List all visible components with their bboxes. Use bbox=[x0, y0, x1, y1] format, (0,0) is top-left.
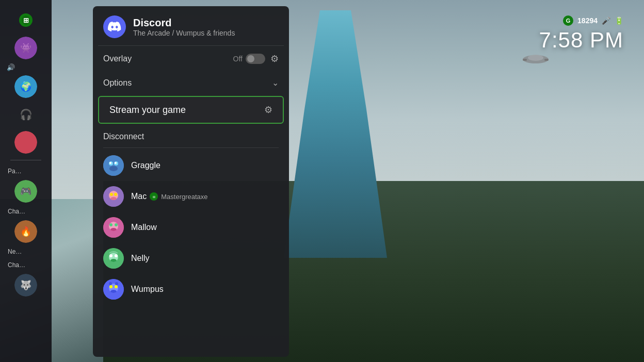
overlay-settings-icon[interactable]: ⚙ bbox=[270, 53, 279, 64]
disconnect-label: Disconnect bbox=[103, 132, 144, 141]
discord-logo bbox=[103, 15, 126, 38]
sidebar-divider-1 bbox=[10, 160, 41, 160]
svg-point-27 bbox=[115, 254, 118, 257]
friend-name-nelly: Nelly bbox=[131, 254, 150, 263]
svg-point-23 bbox=[110, 228, 117, 231]
svg-point-6 bbox=[103, 155, 124, 176]
battery-icon: 🔋 bbox=[615, 17, 623, 25]
clock-display: 7:58 PM bbox=[539, 28, 623, 53]
svg-point-16 bbox=[110, 197, 117, 200]
friend-avatar-wumpus bbox=[103, 279, 124, 300]
svg-point-33 bbox=[110, 290, 117, 293]
volume-icon-1: 🔊 bbox=[7, 63, 15, 71]
svg-point-32 bbox=[115, 285, 118, 288]
friend-row-mac[interactable]: Mac ⊞ Mastergreataxe bbox=[93, 181, 289, 212]
status-bar: G 18294 🎤 🔋 7:58 PM bbox=[539, 15, 623, 53]
svg-point-11 bbox=[115, 162, 117, 164]
sidebar-avatar-1[interactable]: 👾 bbox=[14, 37, 37, 59]
headphone-icon[interactable]: 🎧 bbox=[13, 102, 38, 127]
mac-gamertag: Mastergreataxe bbox=[161, 193, 207, 201]
sidebar-avatar-6[interactable]: 🐺 bbox=[14, 274, 37, 297]
stream-settings-icon[interactable]: ⚙ bbox=[264, 104, 272, 116]
friends-list: Graggle Mac ⊞ Mastergreatax bbox=[93, 148, 289, 357]
svg-point-1 bbox=[528, 55, 543, 61]
friend-name-graggle: Graggle bbox=[131, 161, 160, 170]
discord-app-name: Discord bbox=[133, 17, 235, 29]
options-row[interactable]: Options ⌄ bbox=[93, 72, 289, 94]
sidebar-channel-2[interactable]: Cha… bbox=[3, 207, 49, 216]
overlay-toggle[interactable]: Off bbox=[233, 54, 265, 64]
sidebar-avatar-4[interactable]: 🎮 bbox=[14, 180, 37, 203]
status-icons: G 18294 🎤 🔋 bbox=[539, 15, 623, 26]
svg-rect-2 bbox=[523, 59, 527, 61]
svg-point-31 bbox=[109, 285, 112, 288]
friend-avatar-graggle bbox=[103, 155, 124, 176]
sidebar-avatar-5[interactable]: 🔥 bbox=[14, 220, 37, 243]
overlay-label: Overlay bbox=[103, 54, 132, 63]
svg-text:⊞: ⊞ bbox=[23, 17, 29, 24]
svg-point-34 bbox=[109, 282, 112, 285]
friend-avatar-nelly bbox=[103, 248, 124, 269]
discord-server-name: The Arcade / Wumpus & friends bbox=[133, 29, 235, 37]
overlay-state: Off bbox=[233, 55, 243, 63]
friend-info-mac: Mac ⊞ Mastergreataxe bbox=[131, 192, 208, 201]
mac-xbox-badge: ⊞ bbox=[150, 192, 158, 201]
friend-row-nelly[interactable]: Nelly bbox=[93, 243, 289, 274]
xbox-home-button[interactable]: ⊞ bbox=[13, 8, 38, 32]
stream-game-row[interactable]: Stream your game ⚙ bbox=[98, 96, 284, 124]
status-score: 18294 bbox=[577, 17, 598, 25]
svg-point-9 bbox=[109, 166, 118, 171]
friend-row-mallow[interactable]: Mallow bbox=[93, 212, 289, 243]
spaceship bbox=[520, 52, 551, 67]
sidebar-avatar-2[interactable]: 🌍 bbox=[14, 75, 37, 98]
svg-point-10 bbox=[109, 162, 111, 164]
sidebar-channel-4[interactable]: Cha… bbox=[3, 260, 49, 270]
sidebar-channel-1[interactable]: Pa… bbox=[3, 167, 49, 176]
discord-logo-icon bbox=[108, 22, 121, 32]
svg-point-28 bbox=[110, 259, 117, 262]
svg-point-26 bbox=[109, 254, 112, 257]
svg-text:⊞: ⊞ bbox=[153, 195, 155, 199]
stream-game-label: Stream your game bbox=[109, 105, 186, 116]
overlay-menu-row[interactable]: Overlay Off ⚙ bbox=[93, 46, 289, 72]
svg-point-22 bbox=[115, 223, 118, 226]
sidebar-volume-row-1: 🔊 bbox=[3, 63, 49, 71]
sidebar-avatar-3[interactable] bbox=[14, 131, 37, 154]
friend-avatar-mac bbox=[103, 186, 124, 207]
discord-panel: Discord The Arcade / Wumpus & friends Ov… bbox=[93, 6, 289, 357]
discord-title-block: Discord The Arcade / Wumpus & friends bbox=[133, 17, 235, 37]
overlay-controls: Off ⚙ bbox=[233, 53, 279, 64]
left-sidebar: ⊞ 👾 🔊 🌍 🎧 Pa… 🎮 Cha… 🔥 Ne… Cha… 🐺 bbox=[0, 0, 52, 362]
options-label: Options bbox=[103, 78, 132, 88]
sidebar-channel-3[interactable]: Ne… bbox=[3, 247, 49, 256]
friend-name-mallow: Mallow bbox=[131, 223, 157, 232]
svg-point-14 bbox=[110, 193, 113, 196]
friend-name-mac-row: Mac ⊞ Mastergreataxe bbox=[131, 192, 208, 201]
mic-icon: 🎤 bbox=[602, 17, 610, 25]
svg-rect-3 bbox=[544, 59, 549, 61]
tower-structure bbox=[284, 10, 387, 258]
friend-avatar-mallow bbox=[103, 217, 124, 238]
g-badge: G bbox=[563, 15, 573, 26]
svg-point-35 bbox=[115, 282, 118, 285]
svg-point-15 bbox=[114, 193, 117, 196]
svg-point-21 bbox=[109, 223, 112, 226]
options-chevron-icon: ⌄ bbox=[272, 78, 279, 88]
discord-header: Discord The Arcade / Wumpus & friends bbox=[93, 6, 289, 45]
friend-row-graggle[interactable]: Graggle bbox=[93, 150, 289, 181]
disconnect-row[interactable]: Disconnect bbox=[93, 126, 289, 147]
friend-name-mac: Mac bbox=[131, 192, 147, 201]
friend-name-wumpus: Wumpus bbox=[131, 285, 164, 294]
overlay-toggle-switch[interactable] bbox=[246, 54, 265, 64]
friend-row-wumpus[interactable]: Wumpus bbox=[93, 274, 289, 305]
